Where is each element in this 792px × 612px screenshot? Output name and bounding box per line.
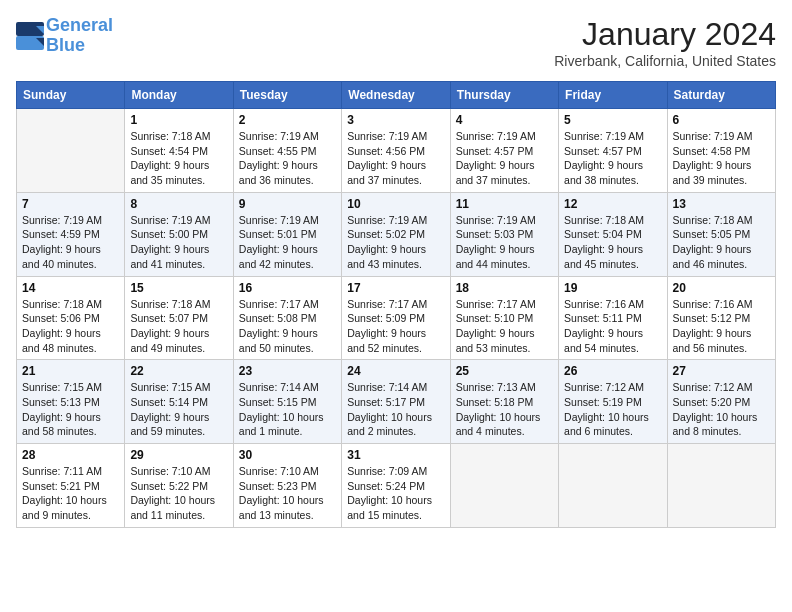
day-info: Sunrise: 7:15 AM Sunset: 5:13 PM Dayligh…: [22, 380, 119, 439]
calendar-cell: [17, 109, 125, 193]
calendar-cell: 23Sunrise: 7:14 AM Sunset: 5:15 PM Dayli…: [233, 360, 341, 444]
day-info: Sunrise: 7:18 AM Sunset: 5:07 PM Dayligh…: [130, 297, 227, 356]
calendar-cell: 18Sunrise: 7:17 AM Sunset: 5:10 PM Dayli…: [450, 276, 558, 360]
day-number: 24: [347, 364, 444, 378]
weekday-header-sunday: Sunday: [17, 82, 125, 109]
weekday-header-row: SundayMondayTuesdayWednesdayThursdayFrid…: [17, 82, 776, 109]
day-number: 20: [673, 281, 770, 295]
day-info: Sunrise: 7:13 AM Sunset: 5:18 PM Dayligh…: [456, 380, 553, 439]
calendar-cell: 14Sunrise: 7:18 AM Sunset: 5:06 PM Dayli…: [17, 276, 125, 360]
calendar-cell: 26Sunrise: 7:12 AM Sunset: 5:19 PM Dayli…: [559, 360, 667, 444]
weekday-header-wednesday: Wednesday: [342, 82, 450, 109]
day-info: Sunrise: 7:11 AM Sunset: 5:21 PM Dayligh…: [22, 464, 119, 523]
calendar-cell: 5Sunrise: 7:19 AM Sunset: 4:57 PM Daylig…: [559, 109, 667, 193]
calendar-cell: 25Sunrise: 7:13 AM Sunset: 5:18 PM Dayli…: [450, 360, 558, 444]
day-number: 1: [130, 113, 227, 127]
day-number: 17: [347, 281, 444, 295]
day-number: 13: [673, 197, 770, 211]
calendar-cell: 16Sunrise: 7:17 AM Sunset: 5:08 PM Dayli…: [233, 276, 341, 360]
day-info: Sunrise: 7:18 AM Sunset: 5:04 PM Dayligh…: [564, 213, 661, 272]
calendar-cell: 4Sunrise: 7:19 AM Sunset: 4:57 PM Daylig…: [450, 109, 558, 193]
day-info: Sunrise: 7:10 AM Sunset: 5:22 PM Dayligh…: [130, 464, 227, 523]
logo: General Blue: [16, 16, 113, 56]
calendar-cell: 31Sunrise: 7:09 AM Sunset: 5:24 PM Dayli…: [342, 444, 450, 528]
day-info: Sunrise: 7:18 AM Sunset: 4:54 PM Dayligh…: [130, 129, 227, 188]
day-info: Sunrise: 7:16 AM Sunset: 5:11 PM Dayligh…: [564, 297, 661, 356]
day-info: Sunrise: 7:19 AM Sunset: 4:57 PM Dayligh…: [456, 129, 553, 188]
day-number: 15: [130, 281, 227, 295]
day-number: 4: [456, 113, 553, 127]
day-number: 21: [22, 364, 119, 378]
calendar-cell: 10Sunrise: 7:19 AM Sunset: 5:02 PM Dayli…: [342, 192, 450, 276]
calendar-cell: [667, 444, 775, 528]
day-info: Sunrise: 7:19 AM Sunset: 4:55 PM Dayligh…: [239, 129, 336, 188]
day-number: 10: [347, 197, 444, 211]
day-number: 27: [673, 364, 770, 378]
day-info: Sunrise: 7:12 AM Sunset: 5:19 PM Dayligh…: [564, 380, 661, 439]
calendar-cell: 19Sunrise: 7:16 AM Sunset: 5:11 PM Dayli…: [559, 276, 667, 360]
calendar-week-row: 1Sunrise: 7:18 AM Sunset: 4:54 PM Daylig…: [17, 109, 776, 193]
calendar-cell: 12Sunrise: 7:18 AM Sunset: 5:04 PM Dayli…: [559, 192, 667, 276]
weekday-header-saturday: Saturday: [667, 82, 775, 109]
location: Riverbank, California, United States: [554, 53, 776, 69]
calendar-cell: 17Sunrise: 7:17 AM Sunset: 5:09 PM Dayli…: [342, 276, 450, 360]
calendar-cell: 20Sunrise: 7:16 AM Sunset: 5:12 PM Dayli…: [667, 276, 775, 360]
calendar-week-row: 14Sunrise: 7:18 AM Sunset: 5:06 PM Dayli…: [17, 276, 776, 360]
calendar-cell: 11Sunrise: 7:19 AM Sunset: 5:03 PM Dayli…: [450, 192, 558, 276]
day-info: Sunrise: 7:18 AM Sunset: 5:05 PM Dayligh…: [673, 213, 770, 272]
calendar-cell: 8Sunrise: 7:19 AM Sunset: 5:00 PM Daylig…: [125, 192, 233, 276]
page-header: General Blue January 2024 Riverbank, Cal…: [16, 16, 776, 69]
day-number: 8: [130, 197, 227, 211]
day-number: 18: [456, 281, 553, 295]
day-number: 16: [239, 281, 336, 295]
day-number: 30: [239, 448, 336, 462]
logo-text: General Blue: [46, 16, 113, 56]
day-number: 26: [564, 364, 661, 378]
calendar-cell: 2Sunrise: 7:19 AM Sunset: 4:55 PM Daylig…: [233, 109, 341, 193]
day-number: 23: [239, 364, 336, 378]
day-info: Sunrise: 7:19 AM Sunset: 5:02 PM Dayligh…: [347, 213, 444, 272]
calendar-table: SundayMondayTuesdayWednesdayThursdayFrid…: [16, 81, 776, 528]
day-number: 11: [456, 197, 553, 211]
calendar-cell: 3Sunrise: 7:19 AM Sunset: 4:56 PM Daylig…: [342, 109, 450, 193]
day-info: Sunrise: 7:19 AM Sunset: 5:03 PM Dayligh…: [456, 213, 553, 272]
weekday-header-friday: Friday: [559, 82, 667, 109]
calendar-cell: 1Sunrise: 7:18 AM Sunset: 4:54 PM Daylig…: [125, 109, 233, 193]
day-number: 5: [564, 113, 661, 127]
day-number: 25: [456, 364, 553, 378]
day-number: 29: [130, 448, 227, 462]
weekday-header-tuesday: Tuesday: [233, 82, 341, 109]
day-info: Sunrise: 7:18 AM Sunset: 5:06 PM Dayligh…: [22, 297, 119, 356]
day-info: Sunrise: 7:17 AM Sunset: 5:08 PM Dayligh…: [239, 297, 336, 356]
day-number: 2: [239, 113, 336, 127]
logo-line2: Blue: [46, 35, 85, 55]
calendar-cell: 6Sunrise: 7:19 AM Sunset: 4:58 PM Daylig…: [667, 109, 775, 193]
day-number: 22: [130, 364, 227, 378]
day-info: Sunrise: 7:19 AM Sunset: 5:01 PM Dayligh…: [239, 213, 336, 272]
weekday-header-thursday: Thursday: [450, 82, 558, 109]
day-info: Sunrise: 7:12 AM Sunset: 5:20 PM Dayligh…: [673, 380, 770, 439]
weekday-header-monday: Monday: [125, 82, 233, 109]
day-info: Sunrise: 7:19 AM Sunset: 4:58 PM Dayligh…: [673, 129, 770, 188]
day-info: Sunrise: 7:19 AM Sunset: 4:59 PM Dayligh…: [22, 213, 119, 272]
month-title: January 2024: [554, 16, 776, 53]
day-info: Sunrise: 7:14 AM Sunset: 5:15 PM Dayligh…: [239, 380, 336, 439]
day-number: 28: [22, 448, 119, 462]
calendar-week-row: 7Sunrise: 7:19 AM Sunset: 4:59 PM Daylig…: [17, 192, 776, 276]
day-number: 6: [673, 113, 770, 127]
day-number: 19: [564, 281, 661, 295]
day-info: Sunrise: 7:15 AM Sunset: 5:14 PM Dayligh…: [130, 380, 227, 439]
day-info: Sunrise: 7:10 AM Sunset: 5:23 PM Dayligh…: [239, 464, 336, 523]
day-info: Sunrise: 7:09 AM Sunset: 5:24 PM Dayligh…: [347, 464, 444, 523]
day-info: Sunrise: 7:16 AM Sunset: 5:12 PM Dayligh…: [673, 297, 770, 356]
calendar-week-row: 28Sunrise: 7:11 AM Sunset: 5:21 PM Dayli…: [17, 444, 776, 528]
day-number: 31: [347, 448, 444, 462]
calendar-cell: [559, 444, 667, 528]
calendar-cell: 30Sunrise: 7:10 AM Sunset: 5:23 PM Dayli…: [233, 444, 341, 528]
day-info: Sunrise: 7:17 AM Sunset: 5:10 PM Dayligh…: [456, 297, 553, 356]
day-number: 12: [564, 197, 661, 211]
calendar-cell: 27Sunrise: 7:12 AM Sunset: 5:20 PM Dayli…: [667, 360, 775, 444]
title-block: January 2024 Riverbank, California, Unit…: [554, 16, 776, 69]
calendar-cell: 28Sunrise: 7:11 AM Sunset: 5:21 PM Dayli…: [17, 444, 125, 528]
day-number: 9: [239, 197, 336, 211]
